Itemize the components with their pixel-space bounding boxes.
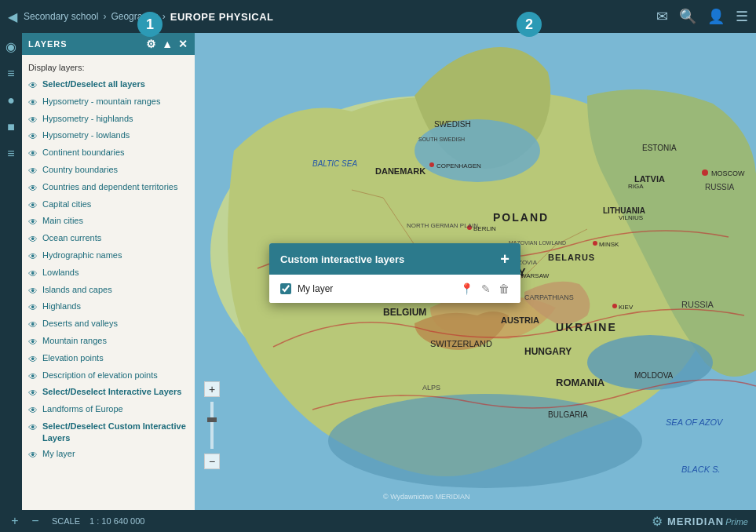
layer-item[interactable]: 👁Capital cities xyxy=(22,197,195,214)
main-container: ◉ ≡ ● ■ ≡ LAYERS ⚙ ▲ ✕ Display layers: 👁… xyxy=(0,33,756,532)
zoom-slider-thumb[interactable] xyxy=(207,417,217,422)
sidebar: LAYERS ⚙ ▲ ✕ Display layers: 👁Select/Des… xyxy=(22,33,195,532)
layer-eye-icon[interactable]: 👁 xyxy=(28,114,38,127)
layer-eye-icon[interactable]: 👁 xyxy=(28,130,38,144)
layer-item[interactable]: 👁Lowlands xyxy=(22,265,195,282)
layer-eye-icon[interactable]: 👁 xyxy=(28,336,38,349)
layer-eye-icon[interactable]: 👁 xyxy=(28,319,38,332)
layer-item[interactable]: 👁Hypsometry - lowlands xyxy=(22,128,195,145)
bottom-settings-icon[interactable]: ⚙ xyxy=(652,514,663,529)
layer-item[interactable]: 👁Select/Deselect Custom Interactive Laye… xyxy=(22,419,195,446)
layer-eye-icon[interactable]: 👁 xyxy=(28,182,38,195)
layer-eye-icon[interactable]: 👁 xyxy=(28,233,38,246)
zoom-out-map-button[interactable]: − xyxy=(204,454,220,469)
pin-toolbar-icon[interactable]: ● xyxy=(7,93,15,107)
user-icon[interactable]: 👤 xyxy=(707,8,725,25)
layer-item[interactable]: 👁Islands and capes xyxy=(22,282,195,300)
zoom-out-button[interactable]: − xyxy=(28,514,42,528)
layer-text: Deserts and valleys xyxy=(42,318,118,330)
layer-checkbox[interactable] xyxy=(280,283,291,294)
layer-eye-icon[interactable]: 👁 xyxy=(28,165,38,178)
layer-eye-icon[interactable]: 👁 xyxy=(28,404,38,417)
layer-item[interactable]: 👁Hypsometry - highlands xyxy=(22,111,195,129)
layer-item[interactable]: 👁Elevation points xyxy=(22,351,195,368)
zoom-in-button[interactable]: + xyxy=(8,514,22,528)
layer-eye-icon[interactable]: 👁 xyxy=(28,268,38,281)
layer-eye-icon[interactable]: 👁 xyxy=(28,387,38,400)
layer-item[interactable]: 👁Countries and dependent territories xyxy=(22,180,195,197)
map-area[interactable]: POLAND BELARUS UKRAINE GERMANY DANEMARK … xyxy=(195,33,756,532)
delete-icon[interactable]: 🗑 xyxy=(499,282,509,295)
nav-back-button[interactable]: ◀ xyxy=(8,9,17,24)
svg-point-2 xyxy=(328,394,642,488)
bottom-bar: + − SCALE 1 : 10 640 000 ⚙ MERIDIAN Prim… xyxy=(0,510,756,532)
layer-item[interactable]: 👁Highlands xyxy=(22,299,195,316)
layer-text: Hypsometry - highlands xyxy=(42,113,133,125)
layer-item[interactable]: 👁Continent boundaries xyxy=(22,145,195,162)
mail-icon[interactable]: ✉ xyxy=(656,8,668,25)
layer-eye-icon[interactable]: 👁 xyxy=(28,285,38,298)
layer-eye-icon[interactable]: 👁 xyxy=(28,199,38,213)
svg-text:MINSK: MINSK xyxy=(599,241,619,248)
nav-toolbar-icon[interactable]: ≡ xyxy=(7,147,14,161)
zoom-in-map-button[interactable]: + xyxy=(204,381,220,397)
layer-item[interactable]: 👁Hypsometry - mountain ranges xyxy=(22,94,195,111)
collapse-icon[interactable]: ▲ xyxy=(162,38,173,50)
menu-icon[interactable]: ☰ xyxy=(736,8,748,25)
meridian-brand-text: MERIDIAN xyxy=(667,516,724,527)
layer-item[interactable]: 👁Landforms of Europe xyxy=(22,402,195,419)
layer-item[interactable]: 👁Country boundaries xyxy=(22,162,195,180)
layer-eye-icon[interactable]: 👁 xyxy=(28,250,38,264)
search-icon[interactable]: 🔍 xyxy=(679,8,696,25)
layers-toolbar-icon[interactable]: ◉ xyxy=(5,39,16,54)
layer-item[interactable]: 👁My layer xyxy=(22,446,195,464)
breadcrumb-sep1: › xyxy=(103,11,106,22)
svg-text:SWEDISH: SWEDISH xyxy=(434,120,471,129)
location-icon[interactable]: 📍 xyxy=(460,282,473,295)
scale-value: 1 : 10 640 000 xyxy=(89,516,144,526)
layer-item[interactable]: 👁Main cities xyxy=(22,213,195,231)
layer-eye-icon[interactable]: 👁 xyxy=(28,353,38,366)
list-toolbar-icon[interactable]: ≡ xyxy=(7,67,14,81)
layer-text: Continent boundaries xyxy=(42,147,125,159)
layer-item[interactable]: 👁Deserts and valleys xyxy=(22,316,195,333)
layer-item[interactable]: 👁Ocean currents xyxy=(22,231,195,248)
popup-layer-name: My layer xyxy=(298,283,454,294)
svg-text:SOUTH SWEDISH: SOUTH SWEDISH xyxy=(418,137,465,142)
header-actions: ✉ 🔍 👤 ☰ xyxy=(656,8,748,25)
layer-eye-icon[interactable]: 👁 xyxy=(28,216,38,229)
edit-icon[interactable]: ✎ xyxy=(481,282,491,295)
close-icon[interactable]: ✕ xyxy=(178,38,188,50)
meridian-logo: MERIDIAN Prime xyxy=(667,516,748,527)
svg-text:UKRAINE: UKRAINE xyxy=(556,321,617,333)
layer-eye-icon[interactable]: 👁 xyxy=(28,301,38,315)
layer-eye-icon[interactable]: 👁 xyxy=(28,421,38,435)
layer-item[interactable]: 👁Select/Deselect Interactive Layers xyxy=(22,384,195,402)
layer-item[interactable]: 👁Mountain ranges xyxy=(22,333,195,351)
layer-eye-icon[interactable]: 👁 xyxy=(28,148,38,161)
scale-label: SCALE xyxy=(52,516,80,526)
svg-text:AUSTRIA: AUSTRIA xyxy=(501,315,539,325)
layer-text: Islands and capes xyxy=(42,284,112,296)
layer-text: Description of elevation points xyxy=(42,370,158,381)
zoom-slider[interactable] xyxy=(210,402,214,449)
layer-eye-icon[interactable]: 👁 xyxy=(28,79,38,93)
custom-layers-popup: Custom interactive layers + My layer 📍 ✎… xyxy=(269,243,520,303)
display-layers-label: Display layers: xyxy=(22,61,195,77)
layer-item[interactable]: 👁Select/Deselect all layers xyxy=(22,77,195,94)
settings-icon[interactable]: ⚙ xyxy=(146,38,157,50)
grid-toolbar-icon[interactable]: ■ xyxy=(7,120,15,134)
svg-text:SEA OF AZOV: SEA OF AZOV xyxy=(666,417,724,427)
popup-add-button[interactable]: + xyxy=(500,251,509,267)
layer-eye-icon[interactable]: 👁 xyxy=(28,370,38,384)
svg-text:VILNIUS: VILNIUS xyxy=(619,214,643,221)
breadcrumb-part1[interactable]: Secondary school xyxy=(24,11,98,22)
svg-text:ALPS: ALPS xyxy=(422,384,440,392)
breadcrumb-sep2: › xyxy=(163,11,166,22)
layer-eye-icon[interactable]: 👁 xyxy=(28,449,38,462)
svg-text:DANEMARK: DANEMARK xyxy=(375,166,425,176)
layer-eye-icon[interactable]: 👁 xyxy=(28,97,38,110)
svg-text:CARPATHIANS: CARPATHIANS xyxy=(524,293,574,301)
layer-item[interactable]: 👁Description of elevation points xyxy=(22,368,195,385)
layer-item[interactable]: 👁Hydrographic names xyxy=(22,248,195,265)
